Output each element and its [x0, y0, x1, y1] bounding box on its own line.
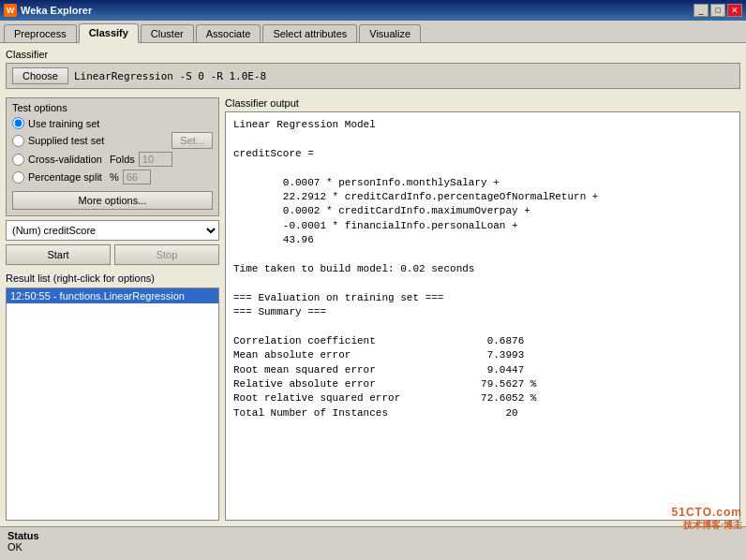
- tab-cluster[interactable]: Cluster: [141, 24, 194, 42]
- test-options-group: Test options Use training set Supplied t…: [6, 97, 219, 216]
- stop-button[interactable]: Stop: [114, 244, 219, 265]
- more-options-button[interactable]: More options...: [12, 191, 213, 210]
- percentage-split-radio[interactable]: [12, 171, 24, 184]
- classifier-label: Classifier: [6, 49, 740, 60]
- panels: Test options Use training set Supplied t…: [6, 97, 740, 521]
- output-box[interactable]: Linear Regression Model creditScore = 0.…: [225, 111, 740, 521]
- target-select[interactable]: (Num) creditScore: [6, 220, 219, 241]
- set-button[interactable]: Set...: [172, 132, 213, 149]
- output-text: Linear Regression Model creditScore = 0.…: [226, 112, 739, 426]
- title-bar: W Weka Explorer _ □ ✕: [0, 0, 746, 21]
- cross-validation-radio[interactable]: [12, 154, 24, 166]
- start-button[interactable]: Start: [6, 244, 111, 265]
- classifier-section: Classifier Choose LinearRegression -S 0 …: [6, 49, 740, 93]
- app-icon: W: [4, 4, 17, 17]
- supplied-test-set-row: Supplied test set Set...: [12, 132, 213, 149]
- folds-input[interactable]: [139, 152, 172, 167]
- tab-select-attributes[interactable]: Select attributes: [262, 24, 357, 42]
- tab-bar: Preprocess Classify Cluster Associate Se…: [0, 21, 746, 43]
- use-training-set-radio[interactable]: [12, 117, 24, 129]
- main-content: Classifier Choose LinearRegression -S 0 …: [0, 43, 746, 526]
- tab-associate[interactable]: Associate: [196, 24, 261, 42]
- tab-preprocess[interactable]: Preprocess: [4, 24, 77, 42]
- percentage-split-row: Percentage split %: [12, 169, 213, 184]
- percent-input[interactable]: [123, 169, 151, 184]
- left-panel: Test options Use training set Supplied t…: [6, 97, 219, 521]
- result-list-label: Result list (right-click for options): [6, 273, 219, 284]
- maximize-button[interactable]: □: [710, 4, 725, 17]
- use-training-set-row: Use training set: [12, 117, 213, 129]
- title-buttons: _ □ ✕: [694, 4, 742, 17]
- supplied-test-set-radio[interactable]: [12, 135, 24, 147]
- action-buttons: Start Stop: [6, 244, 219, 265]
- status-bar: Status OK: [0, 526, 746, 553]
- cross-validation-row: Cross-validation Folds: [12, 152, 213, 167]
- supplied-test-set-label: Supplied test set: [28, 135, 104, 146]
- classifier-box: Choose LinearRegression -S 0 -R 1.0E-8: [6, 63, 740, 89]
- output-label: Classifier output: [225, 97, 740, 109]
- target-select-row: (Num) creditScore: [6, 220, 219, 241]
- use-training-set-label: Use training set: [28, 118, 99, 129]
- right-panel: Classifier output Linear Regression Mode…: [225, 97, 740, 521]
- classifier-config: LinearRegression -S 0 -R 1.0E-8: [74, 70, 266, 82]
- status-label: Status: [7, 530, 739, 541]
- result-list: 12:50:55 - functions.LinearRegression: [6, 287, 219, 521]
- window-title: Weka Explorer: [21, 5, 92, 16]
- result-item[interactable]: 12:50:55 - functions.LinearRegression: [7, 288, 218, 303]
- close-button[interactable]: ✕: [727, 4, 742, 17]
- folds-label: Folds: [110, 154, 135, 165]
- percentage-split-label: Percentage split: [28, 171, 102, 183]
- test-options-label: Test options: [12, 102, 213, 113]
- status-value: OK: [7, 541, 739, 553]
- minimize-button[interactable]: _: [694, 4, 709, 17]
- cross-validation-label: Cross-validation: [28, 154, 102, 165]
- choose-button[interactable]: Choose: [12, 67, 68, 84]
- percent-label: %: [110, 171, 119, 183]
- tab-visualize[interactable]: Visualize: [359, 24, 421, 42]
- tab-classify[interactable]: Classify: [79, 23, 139, 43]
